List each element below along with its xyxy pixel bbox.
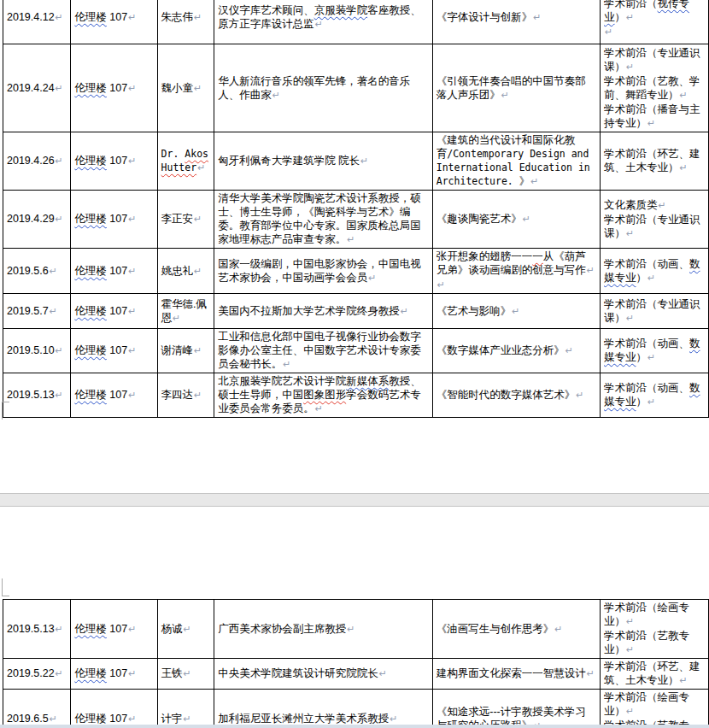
cell-description[interactable]: 北京服装学院艺术设计学院新媒体系教授、硕士生导师，中国图象图形学会数码艺术专业委… <box>214 373 433 418</box>
paragraph-mark-icon: ↵ <box>128 668 136 679</box>
cell-title[interactable]: 《数字媒体产业业态分析》↵ <box>432 329 600 373</box>
cell-date[interactable]: 2019.5.13↵ <box>3 373 71 418</box>
cell-title[interactable]: 建构界面文化探索一一智慧设计↵ <box>432 659 600 690</box>
cell-categories[interactable]: 学术前沿（专业通识课）↵ <box>601 294 709 329</box>
cell-location[interactable]: 伦理楼 107↵ <box>71 373 157 418</box>
cell-date[interactable]: 2019.5.7↵ <box>3 294 71 329</box>
cell-date[interactable]: 2019.6.5↵ <box>3 690 71 728</box>
cell-name[interactable]: 李正安↵ <box>157 191 214 249</box>
paragraph-mark-icon: ↵ <box>565 345 573 356</box>
text-run: 《引领无伴奏合唱的中国节奏部落人声乐团》 <box>437 75 586 101</box>
cell-categories[interactable]: 学术前沿（专业通识课）↵学术前沿（艺教、学前、舞蹈专业）↵学术前沿（播音与主持专… <box>601 44 709 132</box>
cell-title[interactable]: 《趣谈陶瓷艺术》↵ <box>432 191 600 249</box>
cell-location[interactable]: 伦理楼 107↵ <box>71 249 157 294</box>
cell-name[interactable]: 霍华德.佩恩↵ <box>157 294 214 329</box>
cell-name[interactable]: 计宇↵ <box>157 690 214 728</box>
paragraph-mark-icon: ↵ <box>605 26 612 38</box>
table-row: 2019.6.5↵伦理楼 107↵计宇↵加利福尼亚长滩州立大学美术系教授↵《知途… <box>3 690 709 728</box>
cell-categories[interactable]: 学术前沿（动画、数媒专业）↵ <box>601 249 709 294</box>
cell-date[interactable]: 2019.5.13↵ <box>3 600 71 659</box>
cell-location[interactable]: 伦理楼 107↵ <box>71 690 157 728</box>
text-run: 2019.5.22 <box>7 667 55 679</box>
cell-date[interactable]: 2019.5.10↵ <box>3 329 71 373</box>
cell-description[interactable]: 广西美术家协会副主席教授↵ <box>214 600 433 659</box>
cell-date[interactable]: 2019.5.22↵ <box>3 659 71 690</box>
cell-categories[interactable]: 学术前沿（环艺、建筑、土木专业）↵ <box>601 659 709 690</box>
cell-title[interactable]: 《建筑的当代设计和国际化教育/Contemporary Design and I… <box>432 132 600 191</box>
cell-categories[interactable]: 学术前沿（动画、数媒专业）↵ <box>601 329 709 373</box>
cell-location[interactable]: 伦理楼 107↵ <box>71 191 157 249</box>
paragraph: 伦理楼 107↵ <box>74 10 153 25</box>
cell-categories[interactable]: 学术前沿（动画、数媒专业）↵ <box>601 373 709 418</box>
text-boundary-corner-mark <box>2 578 9 596</box>
paragraph: 姚忠礼↵ <box>161 264 211 279</box>
cell-location[interactable]: 伦理楼 107↵ <box>71 659 157 690</box>
cell-title[interactable]: 《字体设计与创新》↵ <box>432 0 600 44</box>
paragraph: 《引领无伴奏合唱的中国节奏部落人声乐团》↵ <box>437 74 596 103</box>
cell-name[interactable]: 朱志伟↵ <box>157 0 214 44</box>
cell-name[interactable]: 姚忠礼↵ <box>157 249 214 294</box>
cell-name[interactable]: Dr. Akos Hutter↵ <box>157 132 214 191</box>
cell-location[interactable]: 伦理楼 107↵ <box>71 132 157 191</box>
paragraph-mark-icon: ↵ <box>587 668 595 679</box>
paragraph-mark-icon: ↵ <box>626 644 634 655</box>
cell-title[interactable]: 《智能时代的数字媒体艺术》↵ <box>432 373 600 418</box>
cell-description[interactable]: 汉仪字库艺术顾问、京服装学院客座教授、原方正字库设计总监↵ <box>214 0 433 44</box>
cell-title[interactable]: 《油画写生与创作思考》↵ <box>432 600 600 659</box>
cell-location[interactable]: 伦理楼 107↵ <box>71 0 157 44</box>
cell-location[interactable]: 伦理楼 107↵ <box>71 294 157 329</box>
paragraph: 工业和信息化部中国电子视像行业协会数字影像办公室主任、中国数字艺术设计专家委员会… <box>218 330 429 372</box>
cell-name[interactable]: 杨诚↵ <box>157 600 214 659</box>
cell-date[interactable]: 2019.4.26↵ <box>3 132 71 191</box>
text-run: 张开想象的翅膀一一 <box>437 250 533 262</box>
cell-description[interactable]: 清华大学美术学院陶瓷艺术设计系教授，硕士、博士生导师，《陶瓷科学与艺术》编委。教… <box>214 191 433 249</box>
paragraph-mark-icon: ↵ <box>272 90 280 101</box>
text-run: ） <box>636 272 647 284</box>
paragraph: 学术前沿（绘画专业）↵ <box>604 601 705 629</box>
cell-name[interactable]: 谢清峰↵ <box>157 329 214 373</box>
cell-location[interactable]: 伦理楼 107↵ <box>71 44 157 132</box>
paragraph-mark-icon: ↵ <box>128 713 136 725</box>
cell-title[interactable]: 张开想象的翅膀一一一从《葫芦兄弟》谈动画编剧的创意与写作↵↵ <box>432 249 600 294</box>
table-row: 2019.4.29↵伦理楼 107↵李正安↵清华大学美术学院陶瓷艺术设计系教授，… <box>3 191 709 249</box>
cell-date[interactable]: 2019.4.24↵ <box>3 44 71 132</box>
cell-location[interactable]: 伦理楼 107↵ <box>71 329 157 373</box>
cell-description[interactable]: 华人新流行音乐的领军先锋，著名的音乐人、作曲家↵ <box>214 44 433 132</box>
paragraph-mark-icon: ↵ <box>554 624 562 635</box>
text-run: 华人新流行音乐的领军先锋，著名的音乐人、作曲家 <box>218 75 410 101</box>
text-run: 伦理楼 <box>74 667 107 679</box>
cell-categories[interactable]: 学术前沿（绘画专业）↵学术前沿（艺教专业）↵ <box>601 600 709 659</box>
paragraph-mark-icon: ↵ <box>347 234 354 245</box>
cell-description[interactable]: 中央美术学院建筑设计研究院院长↵ <box>214 659 433 690</box>
paragraph: 学术前沿（绘画专业）↵ <box>604 690 705 719</box>
text-run: 107 <box>107 389 127 401</box>
cell-description[interactable]: 工业和信息化部中国电子视像行业协会数字影像办公室主任、中国数字艺术设计专家委员会… <box>214 329 433 373</box>
cell-description[interactable]: 加利福尼亚长滩州立大学美术系教授↵ <box>214 690 433 728</box>
cell-title[interactable]: 《引领无伴奏合唱的中国节奏部落人声乐团》↵ <box>432 44 600 132</box>
cell-categories[interactable]: 学术前沿（视传专业）↵↵ <box>601 0 709 44</box>
cell-date[interactable]: 2019.4.12↵ <box>3 0 71 44</box>
cell-title[interactable]: 《艺术与影响》↵ <box>432 294 600 329</box>
cell-date[interactable]: 2019.5.6↵ <box>3 249 71 294</box>
cell-description[interactable]: 美国内不拉斯加大学艺术学院终身教授↵ <box>214 294 433 329</box>
cell-categories[interactable]: 学术前沿（环艺、建筑、土木专业）↵ <box>601 132 709 191</box>
paragraph: 《艺术与影响》↵ <box>437 304 596 319</box>
paragraph-mark-icon: ↵ <box>360 156 368 167</box>
paragraph-mark-icon: ↵ <box>128 390 136 401</box>
paragraph-mark-icon: ↵ <box>647 273 655 284</box>
cell-date[interactable]: 2019.4.29↵ <box>3 191 71 249</box>
cell-name[interactable]: 李四达↵ <box>157 373 214 418</box>
table-row: 2019.5.13↵伦理楼 107↵李四达↵北京服装学院艺术设计学院新媒体系教授… <box>3 373 709 418</box>
cell-name[interactable]: 王铁↵ <box>157 659 214 690</box>
cell-description[interactable]: 匈牙利佩奇大学建筑学院 院长↵ <box>214 132 433 191</box>
cell-title[interactable]: 《知途求远---计宇教授美术学习与研究的心历路程》↵ <box>432 690 600 728</box>
cell-categories[interactable]: 学术前沿（绘画专业）↵学术前沿（艺教专业）↵ <box>601 690 709 728</box>
cell-location[interactable]: 伦理楼 107↵ <box>71 600 157 659</box>
cell-description[interactable]: 国家一级编剧，中国电影家协会，中国电视艺术家协会，中国动画学会会员↵ <box>214 249 433 294</box>
text-run: 学术前沿（绘画专业） <box>604 602 689 627</box>
cell-categories[interactable]: 文化素质类↵学术前沿（专业通识课）↵ <box>601 191 709 249</box>
cell-name[interactable]: 魏小童↵ <box>157 44 214 132</box>
text-run: Dr. <box>161 148 185 160</box>
paragraph-mark-icon: ↵ <box>128 345 136 356</box>
text-run: 伦理楼 <box>74 82 107 94</box>
